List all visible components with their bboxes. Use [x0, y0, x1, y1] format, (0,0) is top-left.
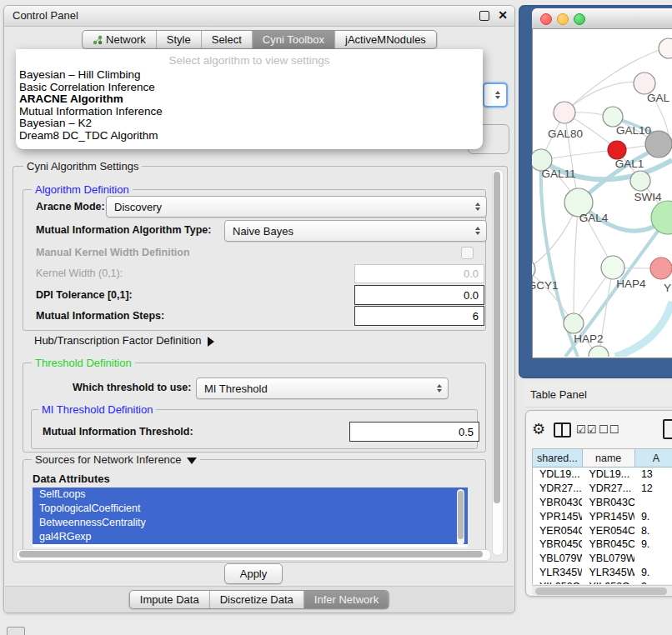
checked-boxes-icon[interactable]: ☑☑	[576, 423, 597, 436]
aracne-mode-label: Aracne Mode:	[36, 201, 105, 212]
tab-infer-network[interactable]: Infer Network	[303, 591, 389, 608]
split-columns-icon[interactable]	[554, 422, 571, 438]
network-node[interactable]	[601, 256, 624, 279]
table-row[interactable]: YDL19...YDL19...13	[533, 468, 672, 482]
table-cell: YPR145W	[582, 509, 634, 523]
table-row[interactable]: YIL052CYIL052C9	[533, 579, 672, 584]
table-cell: YER054C	[582, 523, 634, 538]
network-canvas[interactable]: GALGAL80GAL10GAL1GAL11SWI4GAL4GCY1HAP4YH…	[532, 28, 672, 357]
mi-type-select[interactable]: Naive Bayes	[224, 220, 487, 242]
settings-horizontal-scrollbar[interactable]	[16, 549, 491, 561]
mi-type-value: Naive Bayes	[233, 225, 293, 238]
table-row[interactable]: YPR145WYPR145W9.	[533, 509, 672, 523]
table-row[interactable]: YLR345WYLR345W9.	[533, 566, 672, 580]
table-row[interactable]: YDR27...YDR27...12	[533, 482, 672, 496]
zoom-traffic-light-icon[interactable]	[574, 13, 585, 25]
tab-style[interactable]: Style	[156, 31, 201, 48]
attribute-item-gal4rgexp[interactable]: gal4RGexp	[33, 530, 468, 544]
node-label-swi4: SWI4	[634, 191, 661, 203]
tab-label: jActiveMNodules	[345, 33, 426, 46]
hub-definition-label: Hub/Transcription Factor Definition	[34, 334, 201, 347]
tab-label: Discretize Data	[220, 593, 293, 606]
table-horizontal-scrollbar[interactable]	[532, 585, 672, 596]
aracne-mode-value: Discovery	[114, 201, 162, 213]
aracne-mode-select[interactable]: Discovery	[106, 196, 487, 218]
tab-cyni-toolbox[interactable]: Cyni Toolbox	[252, 31, 334, 48]
gear-icon[interactable]: ⚙	[532, 420, 545, 438]
manual-kernel-checkbox[interactable]	[461, 247, 474, 259]
table-cell: 9.	[634, 566, 672, 580]
tab-discretize-data[interactable]: Discretize Data	[209, 591, 303, 608]
algorithm-option-basic-correlation-inference[interactable]: Basic Correlation Inference	[19, 82, 479, 94]
algorithm-option-bayesian-hill-climbing[interactable]: Bayesian – Hill Climbing	[19, 69, 479, 82]
node-table[interactable]: shared...nameA YDL19...YDL19...13YDR27..…	[532, 448, 672, 584]
table-body: YDL19...YDL19...13YDR27...YDR27...12YBR0…	[533, 468, 672, 584]
spinner-arrows-icon	[475, 227, 480, 235]
mi-threshold-group-title: MI Threshold Definition	[38, 403, 156, 416]
apply-button[interactable]: Apply	[224, 563, 283, 584]
attribute-item-topologicalcoefficient[interactable]: TopologicalCoefficient	[33, 502, 468, 516]
attribute-item-betweennesscentrality[interactable]: BetweennessCentrality	[33, 516, 468, 530]
column-header-a[interactable]: A	[635, 449, 672, 467]
tab-network[interactable]: Network	[83, 31, 156, 48]
dpi-tolerance-field[interactable]: 0.0	[354, 285, 484, 305]
network-node[interactable]	[564, 313, 584, 333]
table-cell: YDR27...	[533, 482, 582, 496]
tab-impute-data[interactable]: Impute Data	[130, 591, 209, 608]
spinner-arrows-icon	[475, 202, 480, 211]
network-node[interactable]	[659, 38, 672, 58]
tab-jactivemnodules[interactable]: jActiveMNodules	[334, 31, 436, 48]
close-traffic-light-icon[interactable]	[540, 13, 552, 25]
kernel-width-field[interactable]: 0.0	[354, 264, 484, 283]
data-attributes-list[interactable]: SelfLoopsTopologicalCoefficientBetweenne…	[33, 488, 468, 548]
corner-grip-icon[interactable]	[7, 627, 25, 635]
network-node[interactable]	[651, 201, 672, 234]
algorithm-option-mutual-information-inference[interactable]: Mutual Information Inference	[19, 106, 479, 118]
hub-definition-toggle[interactable]: Hub/Transcription Factor Definition	[34, 334, 214, 347]
algorithm-option-aracne-algorithm[interactable]: ARACNE Algorithm	[19, 93, 479, 106]
algorithm-option-dream8-dc-tdc-algorithm[interactable]: Dream8 DC_TDC Algorithm	[19, 130, 479, 142]
table-cell: 13	[634, 468, 672, 482]
minimize-traffic-light-icon[interactable]	[557, 13, 569, 25]
network-icon	[93, 35, 103, 45]
algorithm-option-bayesian-k2[interactable]: Bayesian – K2	[19, 118, 479, 130]
table-row[interactable]: YBR043CYBR043C	[533, 496, 672, 510]
mi-steps-field[interactable]: 6	[354, 306, 484, 326]
network-node[interactable]	[554, 102, 575, 123]
float-window-icon[interactable]	[479, 11, 489, 21]
table-cell: YIL052C	[582, 579, 634, 584]
settings-vertical-scrollbar[interactable]	[492, 169, 504, 556]
attributes-list-scrollbar[interactable]	[457, 489, 464, 545]
control-panel-window: Control Panel ✕ NetworkStyleSelectCyni T…	[3, 5, 515, 613]
sources-group-title[interactable]: Sources for Network Inference	[32, 453, 200, 466]
algorithm-definition-title: Algorithm Definition	[32, 183, 133, 196]
network-window-titlebar[interactable]	[532, 8, 672, 29]
top-tabs: NetworkStyleSelectCyni ToolboxjActiveMNo…	[82, 30, 437, 49]
table-cell: 9.	[634, 538, 672, 552]
screen: Control Panel ✕ NetworkStyleSelectCyni T…	[0, 0, 672, 635]
table-cell: YDR27...	[582, 482, 634, 496]
which-threshold-select[interactable]: MI Threshold	[196, 378, 449, 399]
network-node[interactable]	[650, 258, 672, 279]
network-node[interactable]	[608, 141, 626, 159]
column-header-shared[interactable]: shared...	[533, 449, 583, 467]
table-header-row: shared...nameA	[533, 449, 672, 468]
dropdown-prompt: Select algorithm to view settings	[16, 54, 483, 67]
mi-threshold-field[interactable]: 0.5	[349, 422, 479, 442]
tab-select[interactable]: Select	[201, 31, 252, 48]
threshold-definition-title: Threshold Definition	[32, 357, 135, 369]
control-panel-titlebar: Control Panel ✕	[4, 6, 514, 27]
column-header-name[interactable]: name	[583, 449, 635, 467]
attribute-item-selfloops[interactable]: SelfLoops	[33, 488, 468, 502]
tab-label: Style	[167, 33, 191, 46]
close-icon[interactable]: ✕	[498, 8, 508, 22]
table-cell: YLR345W	[533, 566, 582, 580]
table-cell: 12	[634, 482, 672, 496]
unchecked-boxes-icon[interactable]: ☐☐	[599, 423, 619, 436]
network-node[interactable]	[630, 171, 650, 191]
table-row[interactable]: YBR045CYBR045C9.	[533, 538, 672, 552]
table-row[interactable]: YER054CYER054C8.	[533, 523, 672, 538]
table-cell: YPR145W	[533, 509, 582, 523]
table-row[interactable]: YBL079WYBL079W	[533, 552, 672, 566]
page-icon[interactable]	[663, 419, 672, 439]
